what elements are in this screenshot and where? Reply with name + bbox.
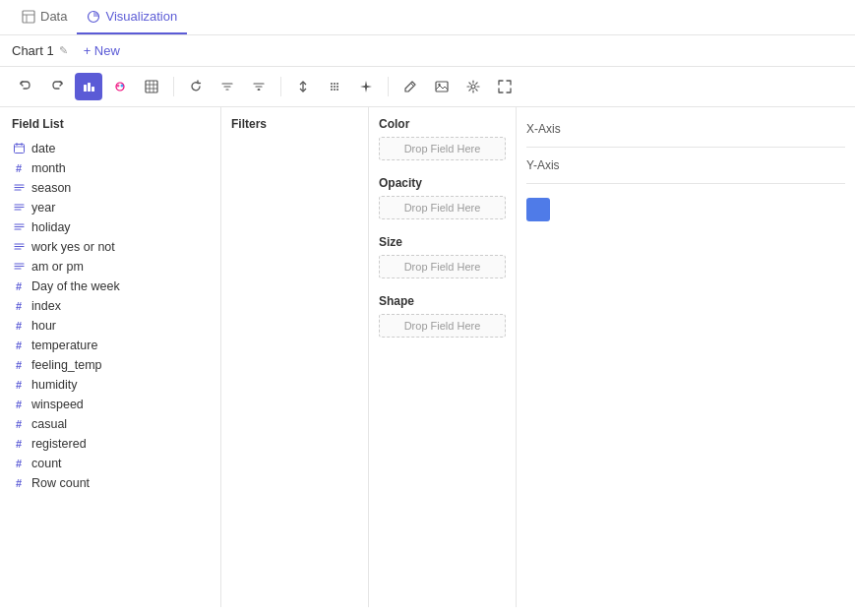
- field-item-label: temperature: [31, 339, 97, 352]
- svg-point-27: [336, 86, 338, 88]
- drop-section-color: ColorDrop Field Here: [379, 117, 506, 160]
- fullscreen-icon: [498, 80, 512, 93]
- settings-icon: [466, 80, 480, 93]
- undo-button[interactable]: [12, 73, 39, 100]
- field-type-icon: #: [12, 320, 26, 332]
- pen-button[interactable]: [397, 73, 424, 100]
- svg-point-26: [334, 86, 336, 88]
- field-type-icon: #: [12, 280, 26, 292]
- pen-icon: [403, 80, 417, 93]
- svg-rect-6: [92, 87, 94, 92]
- svg-rect-32: [436, 82, 448, 92]
- new-tab-button[interactable]: + New: [84, 43, 120, 58]
- text-svg: [14, 182, 25, 193]
- field-item-row-count[interactable]: #Row count: [0, 473, 220, 493]
- field-item-label: am or pm: [31, 260, 84, 274]
- field-item-label: month: [31, 161, 66, 175]
- field-item-registered[interactable]: #registered: [0, 434, 220, 454]
- image-icon: [435, 80, 449, 93]
- settings-button[interactable]: [459, 73, 487, 100]
- grid-icon: [328, 80, 341, 93]
- drop-field-button-shape[interactable]: Drop Field Here: [379, 314, 506, 338]
- filter2-button[interactable]: [245, 73, 273, 100]
- color-button[interactable]: [106, 73, 134, 100]
- svg-point-22: [331, 83, 333, 85]
- color-icon: [113, 80, 127, 93]
- svg-point-9: [121, 85, 124, 88]
- text-svg: [14, 241, 25, 252]
- field-type-icon: #: [12, 359, 26, 371]
- refresh-button[interactable]: [182, 73, 210, 100]
- drop-section-opacity: OpacityDrop Field Here: [379, 176, 506, 219]
- chart-title: Chart 1 ✎: [12, 43, 68, 58]
- field-item-label: index: [31, 299, 61, 313]
- sort-button[interactable]: [289, 73, 317, 100]
- tab-data[interactable]: Data: [12, 0, 77, 34]
- field-item-casual[interactable]: #casual: [0, 414, 220, 434]
- field-item-winspeed[interactable]: #winspeed: [0, 395, 220, 414]
- text-svg: [14, 261, 25, 272]
- svg-point-21: [258, 89, 260, 91]
- redo-button[interactable]: [43, 73, 71, 100]
- filter1-button[interactable]: [214, 73, 241, 100]
- field-type-icon: #: [12, 339, 26, 351]
- svg-rect-35: [14, 144, 24, 153]
- svg-point-34: [471, 85, 475, 89]
- field-item-holiday[interactable]: holiday: [0, 217, 220, 237]
- field-item-temperature[interactable]: #temperature: [0, 336, 220, 355]
- chart-title-text: Chart 1: [12, 43, 54, 58]
- field-item-label: Row count: [31, 476, 90, 490]
- drop-field-button-color[interactable]: Drop Field Here: [379, 137, 506, 160]
- field-item-work-yes-or-not[interactable]: work yes or not: [0, 237, 220, 257]
- field-type-icon: #: [12, 379, 26, 391]
- field-item-label: work yes or not: [31, 240, 115, 254]
- field-item-date[interactable]: date: [0, 139, 220, 158]
- field-type-icon: [12, 241, 26, 254]
- drop-section-title-shape: Shape: [379, 294, 506, 308]
- field-item-label: humidity: [31, 378, 78, 392]
- field-item-am-or-pm[interactable]: am or pm: [0, 257, 220, 277]
- field-item-hour[interactable]: #hour: [0, 316, 220, 336]
- field-item-day-of-the-week[interactable]: #Day of the week: [0, 277, 220, 296]
- fullscreen-button[interactable]: [491, 73, 519, 100]
- svg-point-23: [334, 83, 336, 85]
- field-list-items: date#monthseasonyearholidaywork yes or n…: [0, 139, 220, 493]
- sort-icon: [296, 80, 310, 93]
- y-axis-drop[interactable]: [580, 154, 845, 177]
- field-item-season[interactable]: season: [0, 178, 220, 198]
- edit-icon[interactable]: ✎: [59, 44, 68, 57]
- drop-field-button-size[interactable]: Drop Field Here: [379, 255, 506, 278]
- field-item-year[interactable]: year: [0, 198, 220, 217]
- field-item-month[interactable]: #month: [0, 158, 220, 178]
- svg-rect-10: [146, 81, 157, 92]
- field-item-feeling_temp[interactable]: #feeling_temp: [0, 355, 220, 375]
- field-type-icon: [12, 143, 26, 155]
- text-svg: [14, 202, 25, 213]
- grid-button[interactable]: [321, 73, 348, 100]
- field-item-count[interactable]: #count: [0, 454, 220, 473]
- x-axis-drop[interactable]: [580, 117, 845, 141]
- toolbar-sep-2: [280, 77, 281, 96]
- field-item-label: count: [31, 457, 62, 470]
- field-item-index[interactable]: #index: [0, 296, 220, 316]
- sparkle-icon: [359, 80, 373, 93]
- svg-rect-4: [84, 85, 87, 92]
- chart-area: X-Axis Y-Axis: [517, 107, 855, 607]
- filter1-icon: [220, 80, 234, 93]
- svg-rect-0: [23, 11, 34, 23]
- field-type-icon: #: [12, 399, 26, 410]
- drop-field-button-opacity[interactable]: Drop Field Here: [379, 196, 506, 219]
- field-item-humidity[interactable]: #humidity: [0, 375, 220, 395]
- text-svg: [14, 221, 25, 232]
- sparkle-button[interactable]: [352, 73, 380, 100]
- image-button[interactable]: [428, 73, 456, 100]
- tab-visualization[interactable]: Visualization: [77, 0, 187, 34]
- field-item-label: holiday: [31, 220, 71, 234]
- layers-button[interactable]: [138, 73, 165, 100]
- main-content: Field List date#monthseasonyearholidaywo…: [0, 107, 855, 607]
- field-item-label: year: [31, 201, 55, 215]
- field-item-label: registered: [31, 437, 87, 451]
- field-type-icon: #: [12, 477, 26, 489]
- layers-icon: [145, 80, 158, 93]
- chart-type-button[interactable]: [75, 73, 102, 100]
